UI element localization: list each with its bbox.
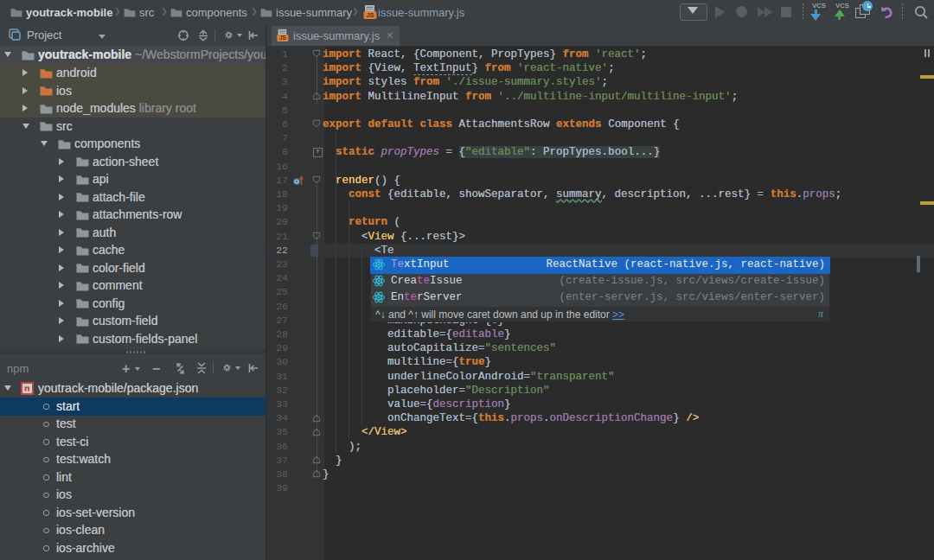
svg-text:JS: JS xyxy=(279,35,287,41)
svg-text:JS: JS xyxy=(366,11,374,19)
